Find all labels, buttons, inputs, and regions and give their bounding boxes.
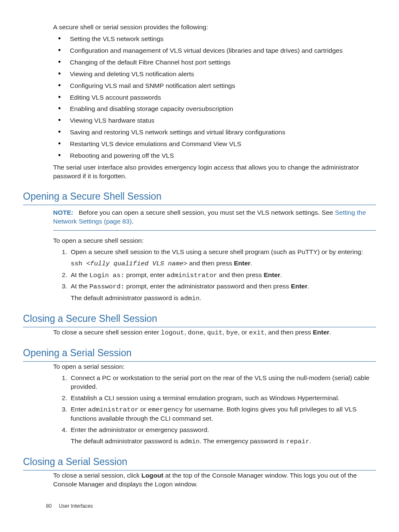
list-item: Viewing VLS hardware status: [53, 116, 376, 125]
step-sub: The default administrator password is ad…: [71, 294, 376, 303]
lead-text: To open a serial session:: [53, 362, 376, 371]
step-text: The default administrator password is: [71, 294, 180, 301]
logout-text: Logout: [141, 472, 164, 479]
note-block: NOTE: Before you can open a secure shell…: [53, 206, 376, 231]
step-text: The default administrator password is: [71, 437, 180, 445]
list-item: Saving and restoring VLS network setting…: [53, 128, 376, 137]
section-heading-close-serial: Closing a Serial Session: [23, 455, 376, 470]
or: , or: [238, 329, 249, 336]
list-item: Enabling and disabling storage capacity …: [53, 105, 376, 113]
note-label: NOTE:: [53, 209, 73, 216]
close-ssh-body: To close a secure shell session enter lo…: [53, 328, 376, 337]
list-item: Editing VLS account passwords: [53, 93, 376, 102]
period: .: [251, 260, 252, 267]
page-number: 80: [46, 503, 51, 509]
list-item: Setting the VLS network settings: [53, 35, 376, 44]
section-heading-open-ssh: Opening a Secure Shell Session: [23, 190, 376, 205]
sep: ,: [223, 329, 226, 336]
step-text: Enter the administrator or emergency pas…: [71, 426, 209, 433]
step-text: At the: [71, 271, 90, 278]
body-text: , and then press: [265, 329, 313, 336]
code-text: administrator: [166, 272, 217, 279]
intro-block: A secure shell or serial session provide…: [53, 23, 376, 181]
period: .: [330, 329, 331, 336]
code-text: administrator: [88, 406, 138, 414]
step-item: Enter the administrator or emergency pas…: [69, 426, 376, 446]
period: .: [307, 283, 309, 290]
code-text-italic: <fully qualified VLS name>: [86, 260, 187, 267]
code-text: done: [188, 329, 203, 337]
code-text: Login as:: [90, 272, 125, 279]
period: .: [280, 271, 282, 278]
intro-text: A secure shell or serial session provide…: [53, 23, 376, 32]
step-text: . The emergency password is: [200, 437, 286, 445]
enter-key: Enter: [234, 260, 251, 267]
code-text: bye: [226, 329, 238, 337]
ssh-open-steps: Open a secure shell session to the VLS u…: [53, 248, 376, 303]
step-text: Enter: [71, 406, 88, 413]
step-text: Open a secure shell session to the VLS u…: [71, 248, 363, 255]
step-text: and then press: [217, 271, 263, 278]
close-serial-body: To close a serial session, click Logout …: [53, 471, 376, 489]
note-tail: .: [132, 218, 133, 225]
body-text: To close a secure shell session enter: [53, 329, 161, 336]
code-text: quit: [207, 329, 223, 337]
step-text: prompt, enter: [125, 271, 167, 278]
step-text: prompt, enter the administrator password…: [125, 283, 291, 290]
sep: ,: [203, 329, 207, 336]
serial-open-steps: Connect a PC or workstation to the seria…: [53, 374, 376, 446]
step-item: Enter administrator or emergency for use…: [69, 405, 376, 423]
code-text: admin: [180, 295, 200, 302]
code-text: Password:: [90, 283, 125, 290]
step-item: At the Login as: prompt, enter administr…: [69, 271, 376, 280]
code-text: logout: [161, 329, 184, 337]
list-item: Restarting VLS device emulations and Com…: [53, 140, 376, 149]
list-item: Viewing and deleting VLS notification al…: [53, 70, 376, 79]
enter-key: Enter: [313, 329, 330, 336]
feature-list: Setting the VLS network settings Configu…: [53, 35, 376, 160]
enter-key: Enter: [263, 271, 280, 278]
code-text: emergency: [148, 406, 183, 414]
code-text: exit: [249, 329, 264, 337]
footer-title: User Interfaces: [59, 503, 93, 509]
step-item: Connect a PC or workstation to the seria…: [69, 374, 376, 391]
step-item: At the Password: prompt, enter the admin…: [69, 282, 376, 303]
step-item: Open a secure shell session to the VLS u…: [69, 248, 376, 268]
step-text: or: [138, 406, 148, 413]
list-item: Configuration and management of VLS virt…: [53, 46, 376, 55]
list-item: Changing of the default Fibre Channel ho…: [53, 58, 376, 67]
code-text: repair: [286, 438, 309, 445]
step-text: and then press: [187, 260, 234, 267]
note-body: Before you can open a secure shell sessi…: [79, 209, 335, 216]
period: .: [200, 294, 201, 301]
period: .: [309, 437, 311, 445]
enter-key: Enter: [291, 283, 308, 290]
section-heading-open-serial: Opening a Serial Session: [23, 347, 376, 362]
section-heading-close-ssh: Closing a Secure Shell Session: [23, 312, 376, 327]
sep: ,: [184, 329, 188, 336]
step-sub: ssh <fully qualified VLS name> and then …: [71, 259, 376, 268]
code-text: ssh: [71, 260, 86, 267]
intro-tail: The serial user interface also provides …: [53, 163, 376, 181]
lead-text: To open a secure shell session:: [53, 236, 376, 245]
code-text: admin: [180, 438, 200, 445]
step-item: Establish a CLI session using a terminal…: [69, 394, 376, 403]
body-text: To close a serial session, click: [53, 472, 141, 479]
step-text: At the: [71, 283, 90, 290]
list-item: Rebooting and powering off the VLS: [53, 152, 376, 160]
list-item: Configuring VLS mail and SNMP notificati…: [53, 82, 376, 90]
page-footer: 80 User Interfaces: [46, 503, 93, 509]
step-sub: The default administrator password is ad…: [71, 437, 376, 446]
